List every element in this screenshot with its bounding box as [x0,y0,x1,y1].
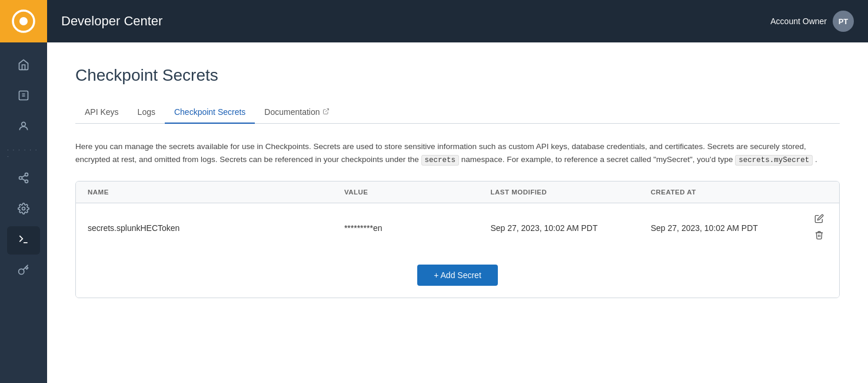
logo [0,0,47,42]
reports-icon [18,90,29,104]
add-secret-row: + Add Secret [76,253,839,298]
avatar: PT [833,11,854,32]
svg-line-9 [22,179,25,180]
secret-name: secrets.splunkHECToken [76,203,332,253]
key-icon [18,264,29,279]
sidebar-item-users[interactable] [7,113,40,141]
code-secrets-example: secrets.mySecret [735,155,813,166]
tab-logs[interactable]: Logs [128,101,165,124]
svg-point-11 [22,207,25,210]
table-row: secrets.splunkHECToken *********en Sep 2… [76,203,839,253]
home-icon [18,59,29,74]
code-secrets-namespace: secrets [421,155,460,166]
col-header-created-at: CREATED AT [639,181,799,203]
share-icon [18,172,29,187]
sidebar-item-terminal[interactable] [7,226,40,255]
sidebar-item-share[interactable] [7,165,40,193]
sidebar-item-reports[interactable] [7,82,40,111]
tab-checkpoint-secrets[interactable]: Checkpoint Secrets [165,101,255,124]
secret-value: *********en [332,203,479,253]
svg-point-6 [25,173,28,176]
col-header-actions [799,181,839,203]
page-title: Checkpoint Secrets [75,66,840,85]
secret-created-at: Sep 27, 2023, 10:02 AM PDT [639,203,799,253]
external-link-icon [322,108,330,116]
layout: · · · · · · · [0,42,868,383]
table-header-row: NAME VALUE LAST MODIFIED CREATED AT [76,181,839,203]
col-header-value: VALUE [332,181,479,203]
description: Here you can manage the secrets availabl… [75,140,840,167]
tab-api-keys[interactable]: API Keys [75,101,128,124]
header-user: Account Owner PT [770,11,868,32]
secrets-table-container: NAME VALUE LAST MODIFIED CREATED AT secr… [75,181,840,298]
sidebar-dots: · · · · · · · [7,144,40,163]
col-header-last-modified: LAST MODIFIED [478,181,638,203]
users-icon [18,120,29,135]
svg-line-10 [22,175,25,177]
main-content: Checkpoint Secrets API Keys Logs Checkpo… [47,42,868,383]
svg-line-14 [325,109,329,113]
sidebar-item-home[interactable] [7,52,40,80]
svg-point-7 [19,176,22,179]
svg-point-8 [25,180,28,183]
delete-secret-button[interactable] [811,228,827,245]
sidebar-item-settings[interactable] [7,196,40,224]
svg-point-1 [19,17,28,25]
svg-point-5 [22,122,26,126]
secrets-table: NAME VALUE LAST MODIFIED CREATED AT secr… [76,181,839,253]
add-secret-button[interactable]: + Add Secret [417,265,498,286]
table-body: secrets.splunkHECToken *********en Sep 2… [76,203,839,253]
header: Developer Center Account Owner PT [0,0,868,42]
col-header-name: NAME [76,181,332,203]
row-actions [799,203,839,253]
svg-point-13 [19,269,24,274]
tab-documentation[interactable]: Documentation [255,101,338,124]
sidebar: · · · · · · · [0,42,47,383]
edit-secret-button[interactable] [811,212,827,228]
secret-last-modified: Sep 27, 2023, 10:02 AM PDT [478,203,638,253]
tabs: API Keys Logs Checkpoint Secrets Documen… [75,101,840,124]
gear-icon [18,203,29,217]
app-title: Developer Center [47,14,770,29]
account-owner-label: Account Owner [770,16,827,26]
sidebar-item-keys[interactable] [7,257,40,285]
terminal-icon [18,233,29,248]
